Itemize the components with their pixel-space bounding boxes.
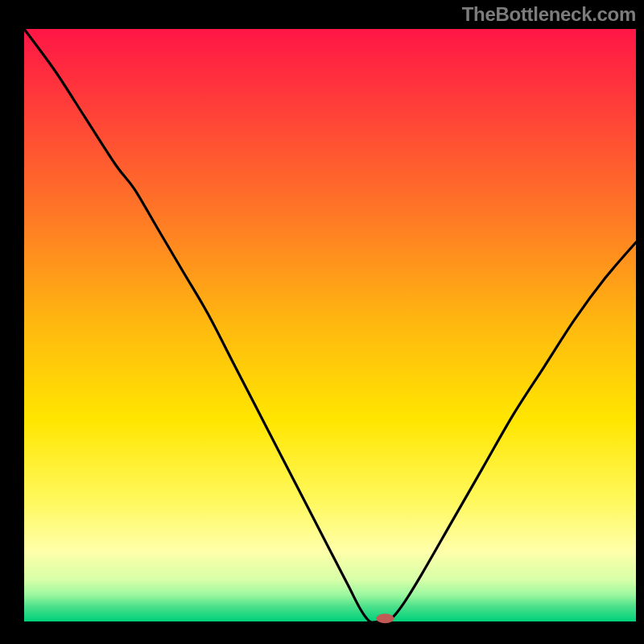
- watermark-text: TheBottleneck.com: [462, 3, 636, 26]
- plot-background: [24, 29, 636, 621]
- optimum-marker: [376, 613, 394, 623]
- bottleneck-plot: [0, 0, 644, 644]
- chart-frame: TheBottleneck.com: [0, 0, 644, 644]
